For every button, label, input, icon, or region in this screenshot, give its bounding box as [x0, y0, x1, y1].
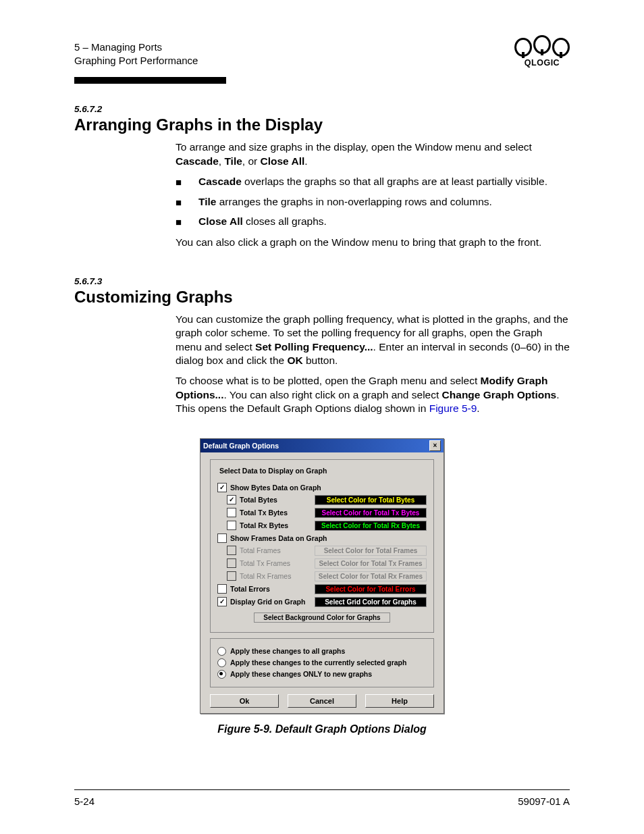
section-number: 5.6.7.2 — [74, 104, 570, 114]
paragraph: You can also click a graph on the Window… — [176, 236, 570, 250]
header-black-bar — [74, 77, 226, 84]
select-color-total-tx-frames-button: Select Color for Total Tx Frames — [315, 558, 427, 569]
checkbox-total-frames — [227, 546, 236, 555]
ok-button[interactable]: Ok — [210, 694, 279, 708]
groupbox-title: Select Data to Display on Graph — [217, 467, 329, 475]
select-color-total-rx-bytes-button[interactable]: Select Color for Total Rx Bytes — [315, 521, 427, 531]
paragraph: To choose what is to be plotted, open th… — [176, 374, 570, 416]
section-title: Arranging Graphs in the Display — [74, 115, 570, 134]
brand-name: QLOGIC — [514, 58, 570, 68]
cancel-button[interactable]: Cancel — [288, 694, 356, 708]
checkbox-total-rx-frames — [227, 571, 236, 581]
default-graph-options-dialog: Default Graph Options × Select Data to D… — [200, 438, 444, 714]
select-color-total-tx-bytes-button[interactable]: Select Color for Total Tx Bytes — [315, 508, 427, 518]
chapter-line: 5 – Managing Ports — [74, 41, 198, 54]
section-line: Graphing Port Performance — [74, 54, 198, 68]
checkbox-total-bytes[interactable] — [227, 495, 236, 504]
brand-logo: QLOGIC — [514, 38, 570, 68]
help-button[interactable]: Help — [365, 694, 434, 708]
figure-xref-link[interactable]: Figure 5-9 — [429, 402, 477, 414]
list-item: Close All closes all graphs. — [176, 215, 570, 229]
checkbox-total-errors[interactable] — [217, 584, 227, 594]
close-icon[interactable]: × — [429, 440, 441, 451]
apply-scope-group: Apply these changes to all graphs Apply … — [210, 638, 434, 687]
checkbox-show-frames[interactable] — [217, 533, 227, 543]
select-grid-color-button[interactable]: Select Grid Color for Graphs — [315, 597, 427, 607]
paragraph: To arrange and size graphs in the displa… — [176, 140, 570, 168]
select-color-total-bytes-button[interactable]: Select Color for Total Bytes — [315, 495, 427, 505]
dialog-title: Default Graph Options — [203, 442, 279, 450]
doc-id: 59097-01 A — [518, 796, 570, 807]
section-number: 5.6.7.3 — [74, 276, 570, 286]
section-title: Customizing Graphs — [74, 288, 570, 307]
checkbox-total-tx-bytes[interactable] — [227, 508, 236, 517]
select-color-total-frames-button: Select Color for Total Frames — [315, 546, 427, 556]
radio-apply-new[interactable] — [217, 670, 226, 679]
dialog-titlebar[interactable]: Default Graph Options × — [200, 439, 444, 452]
running-header: 5 – Managing Ports Graphing Port Perform… — [74, 41, 198, 68]
paragraph: You can customize the graph polling freq… — [176, 313, 570, 368]
figure-caption: Figure 5-9. Default Graph Options Dialog — [74, 723, 570, 735]
page-number: 5-24 — [74, 796, 95, 807]
checkbox-total-tx-frames — [227, 558, 236, 568]
radio-apply-selected[interactable] — [217, 658, 226, 667]
select-color-total-rx-frames-button: Select Color for Total Rx Frames — [315, 571, 427, 581]
checkbox-display-grid[interactable] — [217, 597, 227, 606]
radio-apply-all[interactable] — [217, 647, 226, 656]
bullet-list: Cascade overlaps the graphs so that all … — [176, 175, 570, 229]
checkbox-show-bytes[interactable] — [217, 483, 227, 492]
checkbox-total-rx-bytes[interactable] — [227, 521, 236, 530]
select-background-color-button[interactable]: Select Background Color for Graphs — [254, 613, 390, 623]
list-item: Tile arranges the graphs in non-overlapp… — [176, 195, 570, 209]
select-color-total-errors-button[interactable]: Select Color for Total Errors — [315, 584, 427, 594]
list-item: Cascade overlaps the graphs so that all … — [176, 175, 570, 189]
